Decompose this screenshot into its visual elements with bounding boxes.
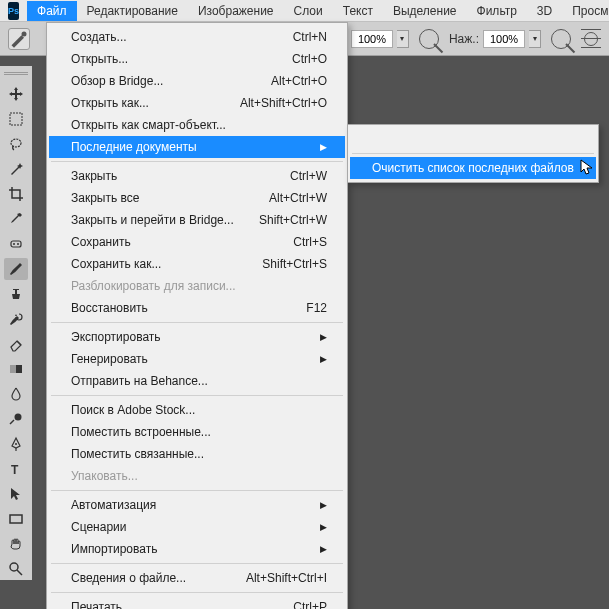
svg-rect-7	[10, 365, 16, 373]
rectangle-tool[interactable]	[4, 508, 28, 530]
menu-item[interactable]: Последние документы▶	[49, 136, 345, 158]
menu-item-shortcut: Shift+Ctrl+S	[262, 257, 327, 271]
gradient-tool[interactable]	[4, 358, 28, 380]
path-selection-tool[interactable]	[4, 483, 28, 505]
menu-item-label: Импортировать	[71, 542, 157, 556]
svg-point-12	[10, 563, 18, 571]
menu-item[interactable]: Поиск в Adobe Stock...	[49, 399, 345, 421]
eyedropper-tool[interactable]	[4, 208, 28, 230]
submenu-arrow-icon: ▶	[320, 544, 327, 554]
menu-item[interactable]: ЗакрытьCtrl+W	[49, 165, 345, 187]
menu-item[interactable]: Автоматизация▶	[49, 494, 345, 516]
menu-item[interactable]: Поместить связанные...	[49, 443, 345, 465]
menu-item[interactable]: Сведения о файле...Alt+Shift+Ctrl+I	[49, 567, 345, 589]
menu-item-label: Разблокировать для записи...	[71, 279, 236, 293]
history-brush-tool[interactable]	[4, 308, 28, 330]
menu-item[interactable]: Открыть как смарт-объект...	[49, 114, 345, 136]
move-tool[interactable]	[4, 83, 28, 105]
menu-layer[interactable]: Слои	[284, 1, 333, 21]
menu-item-label: Закрыть	[71, 169, 117, 183]
menu-item-label: Открыть...	[71, 52, 128, 66]
menu-item[interactable]: Создать...Ctrl+N	[49, 26, 345, 48]
menu-view[interactable]: Просмотр	[562, 1, 609, 21]
clone-stamp-tool[interactable]	[4, 283, 28, 305]
dodge-tool[interactable]	[4, 408, 28, 430]
menu-3d[interactable]: 3D	[527, 1, 562, 21]
menu-item-label: Закрыть и перейти в Bridge...	[71, 213, 234, 227]
recent-documents-submenu: Очистить список последних файлов	[347, 124, 599, 183]
opacity-dropdown-icon[interactable]: ▾	[397, 30, 409, 48]
healing-brush-tool[interactable]	[4, 233, 28, 255]
menu-item[interactable]: Отправить на Behance...	[49, 370, 345, 392]
brush-tool[interactable]	[4, 258, 28, 280]
opacity-input[interactable]	[351, 30, 393, 48]
marquee-tool[interactable]	[4, 108, 28, 130]
menu-edit[interactable]: Редактирование	[77, 1, 188, 21]
menu-item-shortcut: Ctrl+S	[293, 235, 327, 249]
hand-tool[interactable]	[4, 533, 28, 555]
menu-item[interactable]: Закрыть и перейти в Bridge...Shift+Ctrl+…	[49, 209, 345, 231]
submenu-item[interactable]: Очистить список последних файлов	[350, 157, 596, 179]
flow-dropdown-icon[interactable]: ▾	[529, 30, 541, 48]
menu-image[interactable]: Изображение	[188, 1, 284, 21]
menu-item-label: Последние документы	[71, 140, 197, 154]
menu-item-label: Поиск в Adobe Stock...	[71, 403, 195, 417]
menu-file[interactable]: Файл	[27, 1, 77, 21]
menu-item-shortcut: Alt+Ctrl+O	[271, 74, 327, 88]
menu-separator	[51, 592, 343, 593]
pressure-opacity-icon[interactable]	[419, 29, 439, 49]
file-menu-dropdown: Создать...Ctrl+NОткрыть...Ctrl+OОбзор в …	[46, 22, 348, 609]
menu-item-label: Поместить встроенные...	[71, 425, 211, 439]
menu-item[interactable]: СохранитьCtrl+S	[49, 231, 345, 253]
menu-item[interactable]: Обзор в Bridge...Alt+Ctrl+O	[49, 70, 345, 92]
menu-type[interactable]: Текст	[333, 1, 383, 21]
menu-item: Упаковать...	[49, 465, 345, 487]
type-tool[interactable]: T	[4, 458, 28, 480]
menu-item[interactable]: Открыть как...Alt+Shift+Ctrl+O	[49, 92, 345, 114]
menu-item-label: Сценарии	[71, 520, 126, 534]
submenu-item[interactable]	[350, 128, 596, 150]
menu-item[interactable]: Экспортировать▶	[49, 326, 345, 348]
menu-filter[interactable]: Фильтр	[467, 1, 527, 21]
airbrush-icon[interactable]	[551, 29, 571, 49]
pen-tool[interactable]	[4, 433, 28, 455]
menu-select[interactable]: Выделение	[383, 1, 467, 21]
menu-item[interactable]: Импортировать▶	[49, 538, 345, 560]
menu-item-label: Генерировать	[71, 352, 148, 366]
toolbox-handle[interactable]	[4, 72, 28, 76]
submenu-arrow-icon: ▶	[320, 522, 327, 532]
menu-item[interactable]: Печатать...Ctrl+P	[49, 596, 345, 609]
svg-rect-1	[10, 113, 22, 125]
menu-item-label: Открыть как...	[71, 96, 149, 110]
menu-item[interactable]: Закрыть всеAlt+Ctrl+W	[49, 187, 345, 209]
svg-rect-11	[10, 515, 22, 523]
menu-item[interactable]: Сохранить как...Shift+Ctrl+S	[49, 253, 345, 275]
menu-separator	[51, 490, 343, 491]
zoom-tool[interactable]	[4, 558, 28, 580]
tool-preset-icon[interactable]	[8, 28, 30, 50]
crop-tool[interactable]	[4, 183, 28, 205]
menu-item-label: Закрыть все	[71, 191, 139, 205]
menu-item[interactable]: Сценарии▶	[49, 516, 345, 538]
menu-item-label: Открыть как смарт-объект...	[71, 118, 226, 132]
flow-input[interactable]	[483, 30, 525, 48]
menu-item-label: Отправить на Behance...	[71, 374, 208, 388]
menu-item-shortcut: Alt+Ctrl+W	[269, 191, 327, 205]
svg-text:T: T	[11, 463, 19, 477]
menu-item-label: Сохранить как...	[71, 257, 161, 271]
eraser-tool[interactable]	[4, 333, 28, 355]
menu-item[interactable]: ВосстановитьF12	[49, 297, 345, 319]
svg-point-8	[15, 414, 22, 421]
magic-wand-tool[interactable]	[4, 158, 28, 180]
menu-item[interactable]: Генерировать▶	[49, 348, 345, 370]
menu-item[interactable]: Открыть...Ctrl+O	[49, 48, 345, 70]
submenu-arrow-icon: ▶	[320, 500, 327, 510]
menu-item-label: Экспортировать	[71, 330, 161, 344]
pressure-size-icon[interactable]	[581, 29, 601, 49]
lasso-tool[interactable]	[4, 133, 28, 155]
menu-item-label: Сохранить	[71, 235, 131, 249]
menu-separator	[51, 161, 343, 162]
menu-separator	[51, 563, 343, 564]
blur-tool[interactable]	[4, 383, 28, 405]
menu-item[interactable]: Поместить встроенные...	[49, 421, 345, 443]
